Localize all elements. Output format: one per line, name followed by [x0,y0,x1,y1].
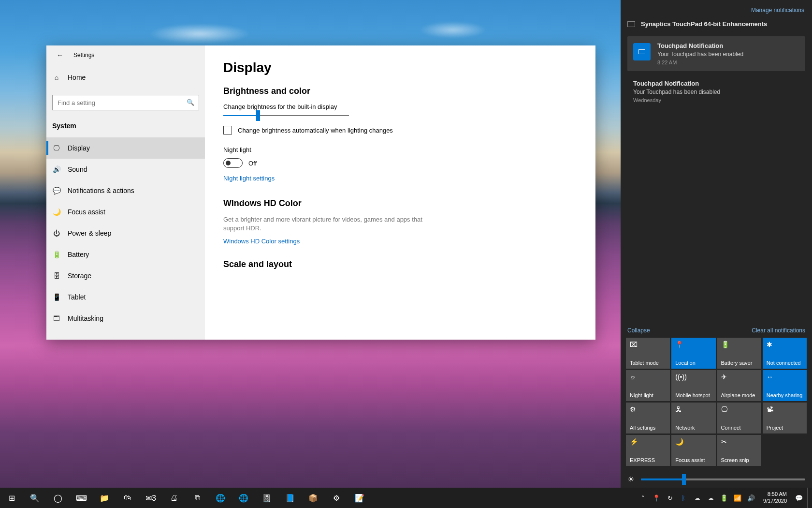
taskbar-app-10[interactable]: 🌐 [232,488,255,508]
sidebar-item-display[interactable]: 🖵Display [46,137,205,159]
quick-action-screen-snip[interactable]: ✂Screen snip [717,435,761,466]
nav-label: Display [68,144,90,152]
tile-label: Network [675,425,711,431]
clock-date: 9/17/2020 [763,498,787,505]
manage-notifications-link[interactable]: Manage notifications [621,0,812,18]
tile-icon: ((•)) [675,373,711,381]
system-tray: ˄ 📍 ↻ ᛒ ☁ ☁ 🔋 📶 🔊 8:50 AM 9/17/2020 💬 [638,488,812,508]
brightness-quick-row: ☀ [621,466,812,488]
notification-text: Your Touchpad has been disabled [633,89,799,95]
taskbar-app-11[interactable]: 📓 [255,488,278,508]
taskbar-app-9[interactable]: 🌐 [209,488,232,508]
notification-card[interactable]: Touchpad NotificationYour Touchpad has b… [627,74,805,109]
notification-icon [633,43,651,60]
tile-icon: ⚡ [630,438,666,446]
clear-all-link[interactable]: Clear all notifications [752,327,805,334]
hd-color-settings-link[interactable]: Windows HD Color settings [223,238,300,245]
notification-title: Touchpad Notification [633,80,799,87]
collapse-link[interactable]: Collapse [627,327,650,334]
back-button[interactable]: ← [51,46,69,64]
auto-brightness-checkbox[interactable] [223,126,232,134]
taskbar-app-8[interactable]: ⧉ [186,488,209,508]
section-scale: Scale and layout [223,259,577,269]
touchpad-app-icon [627,21,635,27]
nav-label: Multitasking [68,314,103,322]
tray-onedrive-icon[interactable]: ☁ [692,494,702,502]
quick-action-night-light[interactable]: ☼Night light [626,370,670,401]
tile-icon: ⌧ [630,341,666,348]
taskbar-app-1[interactable]: 🔍 [23,488,46,508]
quick-action-focus-assist[interactable]: 🌙Focus assist [671,435,715,466]
tray-cloud-icon[interactable]: ☁ [705,494,716,502]
quick-action-project[interactable]: 📽Project [763,403,807,433]
action-center-button[interactable]: 💬 [794,494,804,502]
taskbar-app-4[interactable]: 📁 [93,488,116,508]
home-nav[interactable]: ⌂ Home [46,68,205,87]
tile-label: Tablet mode [630,360,666,366]
taskbar-app-14[interactable]: ⚙ [325,488,348,508]
quick-action-not-connected[interactable]: ✱Not connected [763,338,807,369]
taskbar-app-2[interactable]: ◯ [46,488,70,508]
taskbar-clock[interactable]: 8:50 AM 9/17/2020 [759,491,791,505]
sidebar-item-sound[interactable]: 🔊Sound [46,159,205,180]
tray-updates-icon[interactable]: ↻ [665,494,675,502]
tray-battery-icon[interactable]: 🔋 [719,494,729,502]
nav-list: 🖵Display🔊Sound💬Notifications & actions🌙F… [46,137,205,329]
sidebar-item-power-sleep[interactable]: ⏻Power & sleep [46,223,205,244]
search-input[interactable] [52,95,199,110]
brightness-icon: ☀ [627,475,634,484]
nav-label: Focus assist [68,208,105,216]
notification-list: Touchpad NotificationYour Touchpad has b… [621,33,812,110]
sidebar-item-tablet[interactable]: 📱Tablet [46,286,205,308]
quick-action-network[interactable]: 🖧Network [671,403,715,433]
home-icon: ⌂ [52,74,61,81]
tray-wifi-icon[interactable]: 📶 [732,494,743,502]
section-hd: Windows HD Color [223,198,577,209]
tile-icon: 🖵 [721,405,757,413]
quick-action-location[interactable]: 📍Location [671,338,715,369]
tile-label: Not connected [767,360,803,366]
brightness-quick-thumb[interactable] [682,474,686,485]
sidebar-item-focus-assist[interactable]: 🌙Focus assist [46,201,205,223]
quick-action-airplane-mode[interactable]: ✈Airplane mode [717,370,761,401]
taskbar-app-0[interactable]: ⊞ [0,488,23,508]
quick-action-express[interactable]: ⚡EXPRESS [626,435,670,466]
quick-action-all-settings[interactable]: ⚙All settings [626,403,670,433]
sidebar-item-notifications-actions[interactable]: 💬Notifications & actions [46,180,205,201]
taskbar-app-6[interactable]: ✉3 [139,488,162,508]
sidebar-item-battery[interactable]: 🔋Battery [46,244,205,265]
night-light-settings-link[interactable]: Night light settings [223,175,275,182]
sidebar-item-storage[interactable]: 🗄Storage [46,265,205,286]
nav-icon: 🔊 [52,165,61,173]
taskbar-app-13[interactable]: 📦 [302,488,325,508]
taskbar-apps: ⊞🔍◯⌨📁🛍✉3🖨⧉🌐🌐📓📘📦⚙📝 [0,488,371,508]
nav-icon: 🖵 [52,144,61,152]
search-box: 🔍 [52,95,199,110]
night-light-toggle[interactable] [223,158,243,168]
tile-label: Location [675,360,711,366]
show-desktop-button[interactable] [807,488,810,508]
taskbar-app-5[interactable]: 🛍 [116,488,139,508]
auto-brightness-row[interactable]: Change brightness automatically when lig… [223,126,577,134]
category-title: System [46,116,205,137]
tray-volume-icon[interactable]: 🔊 [746,494,756,502]
notification-card[interactable]: Touchpad NotificationYour Touchpad has b… [627,36,805,71]
tile-label: Night light [630,392,666,398]
quick-action-battery-saver[interactable]: 🔋Battery saver [717,338,761,369]
taskbar-app-3[interactable]: ⌨ [70,488,93,508]
sidebar-item-multitasking[interactable]: 🗔Multitasking [46,308,205,329]
taskbar-app-7[interactable]: 🖨 [162,488,186,508]
taskbar-app-15[interactable]: 📝 [348,488,371,508]
tile-icon: ⚙ [630,405,666,413]
tray-chevron-icon[interactable]: ˄ [638,494,648,502]
tray-bluetooth-icon[interactable]: ᛒ [678,494,689,502]
quick-action-connect[interactable]: 🖵Connect [717,403,761,433]
brightness-slider-thumb[interactable] [256,110,260,121]
tray-location-icon[interactable]: 📍 [651,494,662,502]
brightness-slider[interactable] [223,115,349,116]
quick-action-mobile-hotspot[interactable]: ((•))Mobile hotspot [671,370,715,401]
quick-action-nearby-sharing[interactable]: ↔Nearby sharing [763,370,807,401]
quick-action-tablet-mode[interactable]: ⌧Tablet mode [626,338,670,369]
brightness-quick-slider[interactable] [641,478,805,480]
taskbar-app-12[interactable]: 📘 [278,488,302,508]
